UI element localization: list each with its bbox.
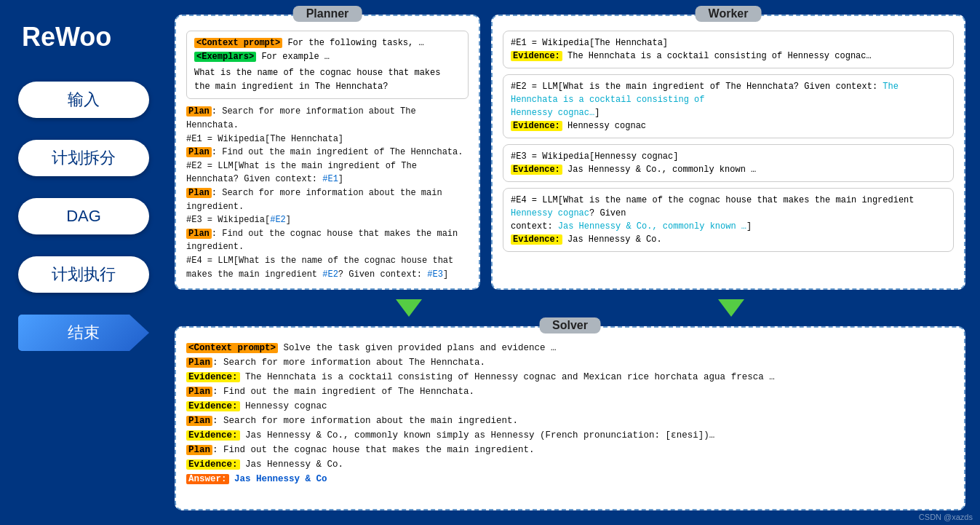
worker-block-1: #E1 = Wikipedia[The Hennchata] Evidence:… <box>503 31 954 68</box>
solver-context: <Context prompt> Solve the task given pr… <box>186 341 954 355</box>
solver-answer: Answer: Jas Hennessy & Co <box>186 472 954 486</box>
worker-block-1-header: #E1 = Wikipedia[The Hennchata] <box>511 36 946 50</box>
planner-exemplar-line: <Exemplars> For example … <box>194 50 461 64</box>
worker-block-2-header-cont: Hennessy cognac…] <box>511 106 946 119</box>
context-text: For the following tasks, … <box>282 38 423 48</box>
logo: ReWoo <box>22 22 111 52</box>
sidebar-item-plan-exec[interactable]: 计划执行 <box>18 256 149 293</box>
sidebar-item-dag[interactable]: DAG <box>18 198 149 234</box>
worker-block-2-evidence: Evidence: Hennessy cognac <box>511 119 946 133</box>
solver-line-4: Evidence: Hennessy cognac <box>186 399 954 414</box>
top-row: Planner <Context prompt> For the followi… <box>175 15 965 290</box>
sidebar-item-end[interactable]: 结束 <box>18 315 149 351</box>
worker-block-3-evidence: Evidence: Jas Hennessy & Co., commonly k… <box>511 163 946 176</box>
worker-block-2: #E2 = LLM[What is the main ingredient of… <box>503 74 954 138</box>
solver-title: Solver <box>539 317 601 333</box>
context-prompt-label: <Context prompt> <box>194 38 282 48</box>
exemplar-label: <Exemplars> <box>194 52 256 62</box>
solver-line-7: Plan: Find out the cognac house that mak… <box>186 443 954 457</box>
sidebar-item-input[interactable]: 输入 <box>18 82 149 118</box>
main-content: Planner <Context prompt> For the followi… <box>167 0 980 525</box>
worker-block-4-header: #E4 = LLM[What is the name of the cognac… <box>511 194 946 220</box>
arrows-row <box>175 297 965 319</box>
solver-context-label: <Context prompt> <box>186 343 278 353</box>
solver-line-5: Plan: Search for more information about … <box>186 414 954 428</box>
worker-block-4-evidence: Evidence: Jas Hennessy & Co. <box>511 233 946 246</box>
planner-lines: Plan: Search for more information about … <box>186 105 469 281</box>
solver-context-text: Solve the task given provided plans and … <box>278 343 557 353</box>
arrow-left <box>396 299 422 317</box>
plan-label-3: Plan <box>186 188 212 198</box>
worker-panel: Worker #E1 = Wikipedia[The Hennchata] Ev… <box>491 15 965 290</box>
solver-line-2: Evidence: The Hennchata is a cocktail co… <box>186 370 954 384</box>
sidebar: ReWoo 输入 计划拆分 DAG 计划执行 结束 <box>0 0 167 525</box>
worker-block-4: #E4 = LLM[What is the name of the cognac… <box>503 188 954 252</box>
plan-label-1: Plan <box>186 106 212 117</box>
arrow-right <box>718 299 744 317</box>
worker-block-3-header: #E3 = Wikipedia[Hennessy cognac] <box>511 150 946 163</box>
plan-label-2: Plan <box>186 147 212 157</box>
worker-blocks: #E1 = Wikipedia[The Hennchata] Evidence:… <box>503 31 954 252</box>
watermark: CSDN @xazds <box>919 513 973 521</box>
sidebar-item-plan-split[interactable]: 计划拆分 <box>18 140 149 176</box>
planner-title: Planner <box>293 6 362 22</box>
plan-label-4: Plan <box>186 229 212 239</box>
worker-block-2-header: #E2 = LLM[What is the main ingredient of… <box>511 80 946 106</box>
solver-line-8: Evidence: Jas Hennessy & Co. <box>186 457 954 472</box>
solver-line-6: Evidence: Jas Hennessy & Co., commonly k… <box>186 428 954 443</box>
worker-block-3: #E3 = Wikipedia[Hennessy cognac] Evidenc… <box>503 144 954 182</box>
planner-panel: Planner <Context prompt> For the followi… <box>175 15 480 290</box>
solver-panel: Solver <Context prompt> Solve the task g… <box>175 326 965 510</box>
worker-block-4-header-cont: context: Jas Hennessy & Co., commonly kn… <box>511 220 946 233</box>
planner-question: What is the name of the cognac house tha… <box>194 66 461 93</box>
exemplar-text: For example … <box>256 52 330 62</box>
worker-title: Worker <box>696 6 762 22</box>
planner-context-line: <Context prompt> For the following tasks… <box>194 36 461 50</box>
worker-block-1-evidence: Evidence: The Hennchata is a cocktail co… <box>511 50 946 63</box>
solver-content: <Context prompt> Solve the task given pr… <box>186 341 954 486</box>
solver-line-3: Plan: Find out the main ingredient of Th… <box>186 384 954 399</box>
solver-line-1: Plan: Search for more information about … <box>186 355 954 370</box>
